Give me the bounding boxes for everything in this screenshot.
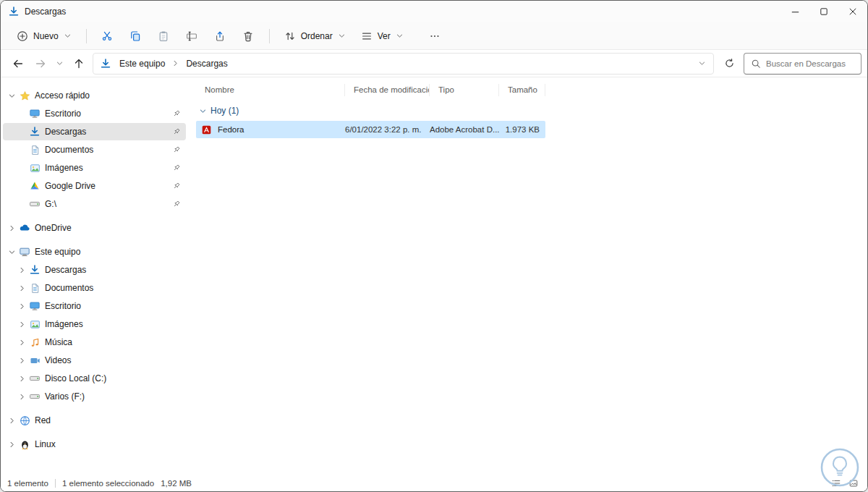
- chevron-right-icon[interactable]: [5, 441, 18, 449]
- chevron-right-icon[interactable]: [5, 224, 18, 232]
- group-label: Hoy (1): [210, 106, 239, 116]
- sidebar-item-escritorio[interactable]: Escritorio: [3, 105, 186, 122]
- copy-icon: [129, 30, 142, 42]
- cut-icon: [101, 30, 114, 42]
- sidebar-item-descargas[interactable]: Descargas: [3, 123, 186, 140]
- sort-button-label: Ordenar: [301, 31, 333, 41]
- sidebar-item-videos[interactable]: Videos: [3, 352, 186, 369]
- search-input[interactable]: [766, 59, 854, 68]
- sidebar-item-label: OneDrive: [35, 223, 72, 233]
- recent-locations-button[interactable]: [51, 54, 67, 74]
- new-icon: [17, 30, 28, 42]
- pictures-icon: [28, 163, 41, 174]
- share-button[interactable]: [207, 25, 234, 47]
- paste-icon: [157, 30, 170, 42]
- sidebar-item-label: Videos: [45, 355, 71, 365]
- sidebar-item-musica[interactable]: Música: [3, 334, 186, 351]
- sidebar-item-label: G:\: [45, 199, 56, 209]
- sidebar-item-escritorio[interactable]: Escritorio: [3, 297, 186, 315]
- details-view-button[interactable]: [828, 477, 843, 490]
- breadcrumb-separator-icon: [171, 59, 180, 67]
- drive-icon: [28, 198, 41, 210]
- column-headers: NombreFecha de modificaciónTipoTamaño: [196, 80, 545, 99]
- sidebar-item-label: Imágenes: [45, 163, 83, 173]
- sidebar-item-label: Disco Local (C:): [45, 373, 106, 383]
- column-header-nombre[interactable]: Nombre: [196, 84, 345, 96]
- up-button[interactable]: [67, 54, 90, 74]
- chevron-down-icon[interactable]: [5, 92, 18, 100]
- chevron-right-icon[interactable]: [15, 284, 28, 292]
- rename-button[interactable]: [179, 25, 205, 47]
- linux-icon: [18, 439, 31, 450]
- address-dropdown-button[interactable]: [693, 54, 710, 74]
- status-separator: [55, 479, 56, 488]
- close-button[interactable]: [838, 1, 867, 22]
- group-header[interactable]: Hoy (1): [196, 102, 867, 119]
- sidebar-item-label: Documentos: [45, 283, 93, 293]
- sidebar-item-documentos[interactable]: Documentos: [3, 279, 186, 297]
- maximize-button[interactable]: [809, 1, 838, 22]
- sidebar-item-g[interactable]: G:\: [3, 195, 186, 213]
- pin-icon: [172, 164, 181, 172]
- desktop-icon: [28, 108, 41, 119]
- sidebar-item-descargas[interactable]: Descargas: [3, 261, 186, 279]
- column-header-tamano[interactable]: Tamaño: [499, 84, 545, 96]
- sidebar-item-google-drive[interactable]: Google Drive: [3, 177, 186, 195]
- chevron-right-icon[interactable]: [15, 266, 28, 274]
- chevron-right-icon[interactable]: [15, 339, 28, 347]
- file-row[interactable]: Fedora6/01/2022 3:22 p. m.Adobe Acrobat …: [196, 121, 545, 138]
- sidebar-item-red[interactable]: Red: [3, 412, 186, 429]
- forward-button[interactable]: [29, 54, 51, 74]
- breadcrumb: Este equipoDescargas: [114, 56, 234, 71]
- breadcrumb-item-este-equipo[interactable]: Este equipo: [114, 56, 171, 71]
- sidebar-item-onedrive[interactable]: OneDrive: [3, 219, 186, 237]
- cut-button[interactable]: [94, 25, 121, 47]
- copy-button[interactable]: [122, 25, 149, 47]
- paste-button[interactable]: [150, 25, 177, 47]
- title-bar: Descargas: [1, 1, 867, 22]
- back-button[interactable]: [7, 54, 29, 74]
- sidebar-item-documentos[interactable]: Documentos: [3, 141, 186, 158]
- minimize-button[interactable]: [780, 1, 809, 22]
- search-icon: [751, 59, 761, 69]
- chevron-down-icon[interactable]: [5, 248, 18, 256]
- chevron-right-icon[interactable]: [15, 321, 28, 328]
- drive-icon: [28, 373, 41, 384]
- chevron-right-icon[interactable]: [15, 302, 28, 310]
- view-button[interactable]: Ver: [354, 25, 411, 47]
- file-explorer-window: Descargas Nuevo Ordenar Ver: [0, 0, 868, 492]
- chevron-right-icon[interactable]: [15, 393, 28, 401]
- sidebar-item-label: Este equipo: [35, 247, 80, 257]
- chevron-right-icon[interactable]: [5, 417, 18, 425]
- column-header-tipo[interactable]: Tipo: [430, 84, 499, 96]
- breadcrumb-bar[interactable]: Este equipoDescargas: [93, 53, 714, 75]
- navigation-pane: Acceso rápidoEscritorioDescargasDocument…: [1, 77, 190, 475]
- refresh-button[interactable]: [718, 54, 741, 74]
- sort-button[interactable]: Ordenar: [277, 25, 353, 47]
- chevron-right-icon[interactable]: [15, 357, 28, 365]
- sidebar-item-label: Descargas: [45, 127, 86, 137]
- sidebar-item-disco-local-c[interactable]: Disco Local (C:): [3, 370, 186, 387]
- column-header-fecha-de-modificacion[interactable]: Fecha de modificación: [345, 84, 430, 96]
- sidebar-item-este-equipo[interactable]: Este equipo: [3, 243, 186, 260]
- thumbnails-view-button[interactable]: [846, 477, 861, 490]
- sidebar-item-label: Escritorio: [45, 301, 81, 311]
- sidebar-item-imagenes[interactable]: Imágenes: [3, 315, 186, 333]
- more-options-button[interactable]: [422, 25, 448, 47]
- sidebar-item-imagenes[interactable]: Imágenes: [3, 159, 186, 177]
- new-button[interactable]: Nuevo: [9, 25, 79, 47]
- computer-icon: [18, 246, 31, 258]
- pin-icon: [172, 145, 181, 154]
- sidebar-item-varios-f[interactable]: Varios (F:): [3, 388, 186, 405]
- chevron-down-icon[interactable]: [196, 107, 209, 115]
- sidebar-item-linux[interactable]: Linux: [3, 436, 186, 453]
- back-icon: [12, 58, 24, 69]
- breadcrumb-item-descargas[interactable]: Descargas: [180, 56, 233, 71]
- pin-icon: [172, 109, 181, 118]
- details-view-icon: [831, 478, 841, 488]
- status-selection-size: 1,92 MB: [161, 479, 192, 488]
- chevron-right-icon[interactable]: [15, 375, 28, 383]
- delete-button[interactable]: [235, 25, 262, 47]
- forward-icon: [35, 58, 46, 69]
- sidebar-item-acceso-rapido[interactable]: Acceso rápido: [3, 87, 186, 104]
